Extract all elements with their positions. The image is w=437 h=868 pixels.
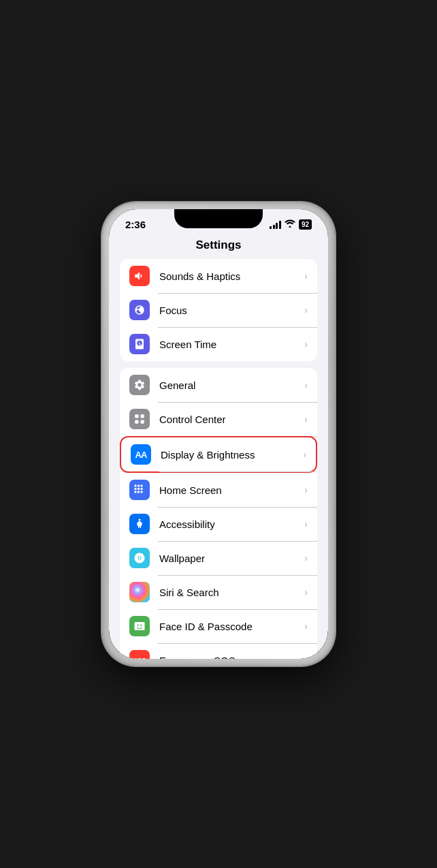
control-icon (129, 409, 150, 429)
homescreen-icon (129, 480, 150, 500)
faceid-icon (129, 616, 150, 636)
sounds-icon (129, 266, 150, 286)
battery-icon: 92 (299, 219, 312, 230)
signal-icon (270, 221, 281, 229)
display-chevron: › (303, 449, 306, 460)
settings-row-screentime[interactable]: Screen Time › (120, 327, 317, 361)
wifi-icon (285, 219, 295, 230)
accessibility-label: Accessibility (159, 518, 304, 530)
siri-icon (129, 582, 150, 602)
settings-row-control[interactable]: Control Center › (120, 402, 317, 436)
settings-row-sounds[interactable]: Sounds & Haptics › (120, 259, 317, 293)
wallpaper-chevron: › (304, 553, 308, 563)
control-label: Control Center (159, 414, 304, 425)
svg-rect-0 (135, 414, 138, 418)
sos-icon: SOS (129, 650, 150, 659)
svg-rect-2 (135, 420, 138, 424)
focus-chevron: › (304, 305, 308, 315)
status-time: 2:36 (125, 219, 146, 230)
screentime-icon (129, 334, 150, 354)
settings-row-general[interactable]: General › (120, 368, 317, 402)
settings-section-2: General › Control Center (120, 368, 317, 659)
screen: 2:36 92 (109, 209, 328, 659)
sos-chevron: › (304, 655, 308, 659)
svg-rect-9 (141, 488, 143, 490)
svg-rect-8 (137, 488, 140, 490)
page-title: Settings (109, 233, 328, 259)
sos-label: Emergency SOS (159, 655, 304, 660)
phone-inner: 2:36 92 (109, 209, 328, 659)
siri-label: Siri & Search (159, 587, 304, 598)
faceid-label: Face ID & Passcode (159, 621, 304, 632)
battery-level: 92 (302, 221, 309, 228)
sounds-label: Sounds & Haptics (159, 270, 304, 282)
settings-section-1: Sounds & Haptics › Focus › (120, 259, 317, 361)
accessibility-icon (129, 514, 150, 534)
status-icons: 92 (270, 219, 312, 230)
svg-rect-5 (137, 485, 140, 487)
general-icon (129, 375, 150, 395)
homescreen-chevron: › (304, 484, 308, 495)
accessibility-chevron: › (304, 518, 308, 529)
sounds-chevron: › (304, 270, 308, 281)
svg-rect-10 (135, 491, 137, 493)
settings-row-focus[interactable]: Focus › (120, 293, 317, 327)
svg-rect-12 (141, 491, 143, 493)
homescreen-label: Home Screen (159, 484, 304, 496)
faceid-chevron: › (304, 621, 308, 632)
control-chevron: › (304, 414, 308, 424)
svg-rect-4 (135, 485, 137, 487)
general-chevron: › (304, 379, 308, 390)
notch (174, 209, 263, 228)
screentime-chevron: › (304, 339, 308, 350)
settings-row-homescreen[interactable]: Home Screen › (120, 473, 317, 507)
general-label: General (159, 379, 304, 391)
settings-list[interactable]: Sounds & Haptics › Focus › (109, 259, 328, 659)
wallpaper-label: Wallpaper (159, 553, 304, 564)
phone-shell: 2:36 92 (102, 202, 335, 666)
svg-rect-6 (141, 485, 143, 487)
svg-rect-1 (141, 414, 144, 418)
settings-row-siri[interactable]: Siri & Search › (120, 575, 317, 609)
settings-row-display[interactable]: AA Display & Brightness › (120, 436, 317, 473)
settings-row-wallpaper[interactable]: Wallpaper › (120, 541, 317, 575)
focus-label: Focus (159, 305, 304, 316)
siri-chevron: › (304, 587, 308, 598)
screentime-label: Screen Time (159, 339, 304, 350)
svg-rect-11 (137, 491, 140, 493)
svg-rect-3 (141, 420, 144, 424)
settings-row-sos[interactable]: SOS Emergency SOS › (120, 643, 317, 659)
settings-row-faceid[interactable]: Face ID & Passcode › (120, 609, 317, 643)
settings-row-accessibility[interactable]: Accessibility › (120, 507, 317, 541)
display-icon: AA (131, 444, 151, 465)
focus-icon (129, 300, 150, 320)
display-label: Display & Brightness (161, 449, 303, 461)
svg-rect-7 (135, 488, 137, 490)
svg-point-13 (139, 519, 141, 521)
wallpaper-icon (129, 548, 150, 568)
